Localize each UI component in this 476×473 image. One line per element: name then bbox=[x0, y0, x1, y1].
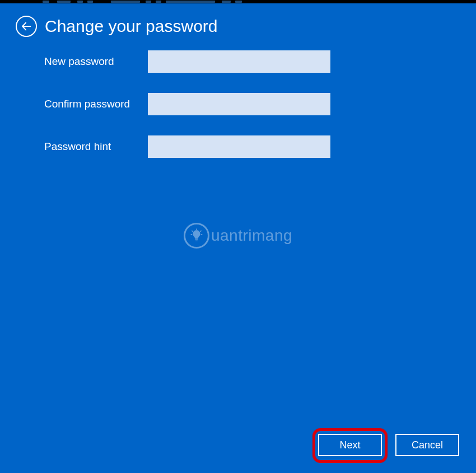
svg-rect-2 bbox=[195, 241, 198, 241]
watermark: uantrimang bbox=[184, 223, 292, 249]
password-hint-input[interactable] bbox=[148, 135, 330, 158]
password-hint-label: Password hint bbox=[44, 141, 148, 153]
next-button[interactable]: Next bbox=[318, 434, 382, 456]
watermark-text: uantrimang bbox=[211, 227, 292, 245]
change-password-screen: Change your password New password Confir… bbox=[0, 0, 476, 473]
footer-buttons: Next Cancel bbox=[318, 434, 459, 456]
new-password-label: New password bbox=[44, 55, 148, 68]
confirm-password-label: Confirm password bbox=[44, 98, 148, 110]
confirm-password-input[interactable] bbox=[148, 93, 330, 115]
page-title: Change your password bbox=[45, 17, 218, 36]
password-form: New password Confirm password Password h… bbox=[44, 50, 335, 158]
back-button[interactable] bbox=[16, 16, 37, 37]
arrow-left-icon bbox=[20, 20, 32, 32]
cancel-button[interactable]: Cancel bbox=[395, 434, 459, 456]
new-password-input[interactable] bbox=[148, 50, 330, 73]
window-top-border bbox=[0, 0, 476, 3]
bulb-icon bbox=[184, 223, 209, 249]
svg-line-5 bbox=[200, 231, 201, 231]
svg-rect-1 bbox=[195, 240, 198, 240]
svg-line-4 bbox=[192, 231, 193, 231]
